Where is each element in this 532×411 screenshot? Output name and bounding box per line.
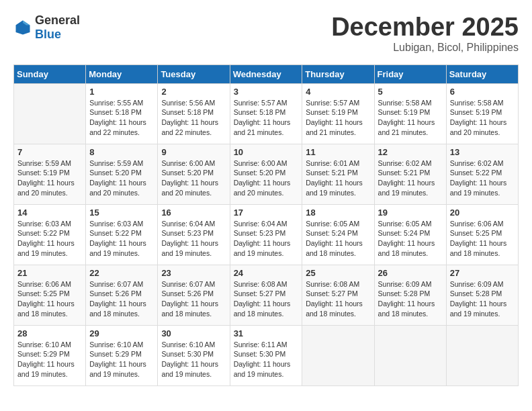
location-title: Lubigan, Bicol, Philippines [331,42,519,54]
day-number: 27 [450,268,515,278]
day-info: Sunrise: 6:02 AM Sunset: 5:22 PM Dayligh… [450,158,515,198]
day-number: 22 [89,268,154,278]
weekday-sunday: Sunday [14,64,86,83]
day-cell: 24Sunrise: 6:08 AM Sunset: 5:27 PM Dayli… [230,265,302,325]
week-row-1: 1Sunrise: 5:55 AM Sunset: 5:18 PM Daylig… [14,83,519,144]
day-info: Sunrise: 6:08 AM Sunset: 5:27 PM Dayligh… [306,279,370,319]
day-info: Sunrise: 6:10 AM Sunset: 5:30 PM Dayligh… [161,340,226,379]
day-number: 4 [306,87,370,97]
day-info: Sunrise: 6:05 AM Sunset: 5:24 PM Dayligh… [306,219,370,259]
day-info: Sunrise: 6:06 AM Sunset: 5:25 PM Dayligh… [450,219,515,259]
day-number: 17 [234,208,299,218]
week-row-5: 28Sunrise: 6:10 AM Sunset: 5:29 PM Dayli… [14,325,519,385]
day-number: 9 [161,147,226,157]
day-info: Sunrise: 6:10 AM Sunset: 5:29 PM Dayligh… [17,340,82,379]
day-info: Sunrise: 5:57 AM Sunset: 5:18 PM Dayligh… [234,98,299,138]
day-number: 10 [234,147,299,157]
day-cell [14,83,86,144]
day-cell: 28Sunrise: 6:10 AM Sunset: 5:29 PM Dayli… [14,325,86,385]
day-number: 28 [17,328,82,338]
day-cell [374,325,446,385]
day-cell: 25Sunrise: 6:08 AM Sunset: 5:27 PM Dayli… [302,265,374,325]
day-cell: 4Sunrise: 5:57 AM Sunset: 5:19 PM Daylig… [302,83,374,144]
week-row-3: 14Sunrise: 6:03 AM Sunset: 5:22 PM Dayli… [14,204,519,265]
day-info: Sunrise: 5:58 AM Sunset: 5:19 PM Dayligh… [450,98,515,138]
day-cell [446,325,518,385]
day-cell: 26Sunrise: 6:09 AM Sunset: 5:28 PM Dayli… [374,265,446,325]
day-number: 7 [17,147,82,157]
day-cell: 21Sunrise: 6:06 AM Sunset: 5:25 PM Dayli… [14,265,86,325]
day-number: 14 [17,208,82,218]
day-cell: 10Sunrise: 6:00 AM Sunset: 5:20 PM Dayli… [230,144,302,204]
day-cell: 20Sunrise: 6:06 AM Sunset: 5:25 PM Dayli… [446,204,518,265]
day-info: Sunrise: 6:05 AM Sunset: 5:24 PM Dayligh… [378,219,443,259]
day-info: Sunrise: 6:02 AM Sunset: 5:21 PM Dayligh… [378,158,443,198]
month-title: December 2025 [331,13,519,42]
logo-general: General [35,13,80,27]
day-cell: 9Sunrise: 6:00 AM Sunset: 5:20 PM Daylig… [158,144,230,204]
day-info: Sunrise: 6:10 AM Sunset: 5:29 PM Dayligh… [89,340,154,379]
day-number: 30 [161,328,226,338]
day-cell: 27Sunrise: 6:09 AM Sunset: 5:28 PM Dayli… [446,265,518,325]
day-number: 18 [306,208,370,218]
day-number: 5 [378,87,443,97]
day-number: 25 [306,268,370,278]
day-info: Sunrise: 5:59 AM Sunset: 5:20 PM Dayligh… [89,158,154,198]
day-number: 19 [378,208,443,218]
day-cell: 16Sunrise: 6:04 AM Sunset: 5:23 PM Dayli… [158,204,230,265]
day-number: 16 [161,208,226,218]
title-area: December 2025 Lubigan, Bicol, Philippine… [331,13,519,54]
day-cell: 14Sunrise: 6:03 AM Sunset: 5:22 PM Dayli… [14,204,86,265]
day-number: 23 [161,268,226,278]
page-header: General Blue December 2025 Lubigan, Bico… [13,13,519,54]
day-cell: 30Sunrise: 6:10 AM Sunset: 5:30 PM Dayli… [158,325,230,385]
day-cell: 18Sunrise: 6:05 AM Sunset: 5:24 PM Dayli… [302,204,374,265]
logo-blue: Blue [35,28,61,41]
week-row-2: 7Sunrise: 5:59 AM Sunset: 5:19 PM Daylig… [14,144,519,204]
day-number: 26 [378,268,443,278]
day-cell: 31Sunrise: 6:11 AM Sunset: 5:30 PM Dayli… [230,325,302,385]
day-info: Sunrise: 6:07 AM Sunset: 5:26 PM Dayligh… [161,279,226,319]
day-number: 3 [234,87,299,97]
day-cell: 11Sunrise: 6:01 AM Sunset: 5:21 PM Dayli… [302,144,374,204]
day-number: 13 [450,147,515,157]
day-number: 15 [89,208,154,218]
day-number: 24 [234,268,299,278]
day-cell: 3Sunrise: 5:57 AM Sunset: 5:18 PM Daylig… [230,83,302,144]
day-cell: 22Sunrise: 6:07 AM Sunset: 5:26 PM Dayli… [86,265,158,325]
calendar-table: SundayMondayTuesdayWednesdayThursdayFrid… [13,64,519,386]
day-info: Sunrise: 5:57 AM Sunset: 5:19 PM Dayligh… [306,98,370,138]
weekday-saturday: Saturday [446,64,518,83]
day-cell: 13Sunrise: 6:02 AM Sunset: 5:22 PM Dayli… [446,144,518,204]
day-info: Sunrise: 6:06 AM Sunset: 5:25 PM Dayligh… [17,279,82,319]
weekday-thursday: Thursday [302,64,374,83]
weekday-monday: Monday [86,64,158,83]
day-number: 8 [89,147,154,157]
logo-icon [13,18,32,37]
weekday-friday: Friday [374,64,446,83]
day-info: Sunrise: 6:04 AM Sunset: 5:23 PM Dayligh… [161,219,226,259]
day-info: Sunrise: 6:00 AM Sunset: 5:20 PM Dayligh… [161,158,226,198]
day-info: Sunrise: 6:00 AM Sunset: 5:20 PM Dayligh… [234,158,299,198]
day-info: Sunrise: 6:08 AM Sunset: 5:27 PM Dayligh… [234,279,299,319]
day-info: Sunrise: 6:04 AM Sunset: 5:23 PM Dayligh… [234,219,299,259]
weekday-wednesday: Wednesday [230,64,302,83]
day-info: Sunrise: 6:09 AM Sunset: 5:28 PM Dayligh… [378,279,443,319]
day-cell: 23Sunrise: 6:07 AM Sunset: 5:26 PM Dayli… [158,265,230,325]
day-info: Sunrise: 5:58 AM Sunset: 5:19 PM Dayligh… [378,98,443,138]
day-cell: 5Sunrise: 5:58 AM Sunset: 5:19 PM Daylig… [374,83,446,144]
day-number: 20 [450,208,515,218]
day-info: Sunrise: 5:55 AM Sunset: 5:18 PM Dayligh… [89,98,154,138]
day-info: Sunrise: 6:01 AM Sunset: 5:21 PM Dayligh… [306,158,370,198]
day-cell: 12Sunrise: 6:02 AM Sunset: 5:21 PM Dayli… [374,144,446,204]
day-number: 1 [89,87,154,97]
day-info: Sunrise: 5:59 AM Sunset: 5:19 PM Dayligh… [17,158,82,198]
day-number: 12 [378,147,443,157]
day-number: 2 [161,87,226,97]
week-row-4: 21Sunrise: 6:06 AM Sunset: 5:25 PM Dayli… [14,265,519,325]
day-number: 21 [17,268,82,278]
day-info: Sunrise: 6:03 AM Sunset: 5:22 PM Dayligh… [17,219,82,259]
day-cell: 15Sunrise: 6:03 AM Sunset: 5:22 PM Dayli… [86,204,158,265]
day-number: 6 [450,87,515,97]
day-cell: 17Sunrise: 6:04 AM Sunset: 5:23 PM Dayli… [230,204,302,265]
